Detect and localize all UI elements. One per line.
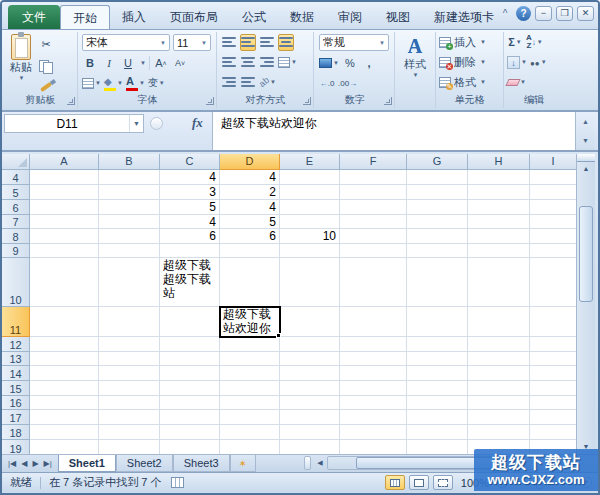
cell-G17[interactable]	[407, 410, 468, 425]
cell-B18[interactable]	[99, 425, 160, 440]
cell-F16[interactable]	[340, 396, 407, 410]
cell-I8[interactable]	[530, 229, 577, 244]
normal-view-button[interactable]	[385, 475, 405, 490]
cell-C16[interactable]	[160, 396, 220, 410]
cell-G12[interactable]	[407, 337, 468, 352]
insert-cells-button[interactable]: 插入	[454, 35, 476, 50]
cell-F7[interactable]	[340, 215, 407, 229]
cell-E17[interactable]	[280, 410, 340, 425]
cell-G16[interactable]	[407, 396, 468, 410]
next-sheet-icon[interactable]: ▶	[32, 459, 38, 468]
vertical-scrollbar[interactable]: ▲ ▼	[576, 154, 595, 454]
row-header-18[interactable]: 18	[2, 425, 30, 440]
cell-E14[interactable]	[280, 366, 340, 381]
cell-C14[interactable]	[160, 366, 220, 381]
underline-button[interactable]: U	[120, 55, 136, 72]
cell-H16[interactable]	[468, 396, 530, 410]
cell-I13[interactable]	[530, 352, 577, 366]
cell-E12[interactable]	[280, 337, 340, 352]
cell-D14[interactable]	[220, 366, 280, 381]
vertical-scroll-thumb[interactable]	[579, 206, 593, 302]
bold-button[interactable]: B	[82, 55, 98, 72]
selected-cell-D11[interactable]: 超级下载站欢迎你	[220, 307, 280, 337]
cell-H17[interactable]	[468, 410, 530, 425]
clear-button[interactable]: ▼	[507, 74, 526, 91]
cell-H8[interactable]	[468, 229, 530, 244]
cell-B14[interactable]	[99, 366, 160, 381]
cell-I16[interactable]	[530, 396, 577, 410]
phonetic-button[interactable]: 变▼	[148, 75, 165, 92]
cell-B10[interactable]	[99, 258, 160, 307]
alignment-dialog-launcher-icon[interactable]	[303, 97, 311, 105]
cell-I5[interactable]	[530, 185, 577, 200]
tab-审阅[interactable]: 审阅	[326, 5, 374, 29]
cell-D8[interactable]: 6	[220, 229, 280, 244]
align-top-button[interactable]	[221, 34, 237, 51]
style-button[interactable]: A 样式 ▼	[398, 35, 432, 78]
cell-I7[interactable]	[530, 215, 577, 229]
macro-record-icon[interactable]	[171, 477, 184, 488]
cell-H6[interactable]	[468, 200, 530, 215]
tab-数据[interactable]: 数据	[278, 5, 326, 29]
cell-F4[interactable]	[340, 170, 407, 185]
cell-G6[interactable]	[407, 200, 468, 215]
tab-file[interactable]: 文件	[8, 5, 60, 29]
italic-button[interactable]: I	[101, 55, 117, 72]
cell-F19[interactable]	[340, 440, 407, 454]
find-select-button[interactable]: ▼	[530, 54, 547, 71]
cell-F8[interactable]	[340, 229, 407, 244]
cell-E16[interactable]	[280, 396, 340, 410]
cell-G9[interactable]	[407, 244, 468, 258]
cell-I10[interactable]	[530, 258, 577, 307]
cell-F5[interactable]	[340, 185, 407, 200]
cell-F10[interactable]	[340, 258, 407, 307]
cell-I12[interactable]	[530, 337, 577, 352]
clipboard-dialog-launcher-icon[interactable]	[67, 97, 75, 105]
fill-button[interactable]: ↓▼	[507, 54, 527, 71]
cell-C19[interactable]	[160, 440, 220, 454]
column-header-C[interactable]: C	[160, 154, 220, 170]
column-header-G[interactable]: G	[407, 154, 468, 170]
cell-D10[interactable]	[220, 258, 280, 307]
sheet-tab-sheet2[interactable]: Sheet2	[116, 455, 173, 472]
column-header-H[interactable]: H	[468, 154, 530, 170]
close-button[interactable]: ✕	[577, 6, 594, 21]
first-sheet-icon[interactable]: |◀	[8, 459, 16, 468]
tab-新建选项卡[interactable]: 新建选项卡	[422, 5, 506, 29]
number-format-combo[interactable]: 常规▼	[319, 34, 389, 51]
cell-G15[interactable]	[407, 381, 468, 396]
cell-G19[interactable]	[407, 440, 468, 454]
cell-G8[interactable]	[407, 229, 468, 244]
cell-D6[interactable]: 4	[220, 200, 280, 215]
cell-B5[interactable]	[99, 185, 160, 200]
cell-F18[interactable]	[340, 425, 407, 440]
increase-decimal-button[interactable]: ←.0	[319, 75, 335, 92]
column-header-F[interactable]: F	[340, 154, 407, 170]
cell-C18[interactable]	[160, 425, 220, 440]
cell-F17[interactable]	[340, 410, 407, 425]
fill-color-button[interactable]: ◆▼	[104, 75, 123, 92]
row-header-11[interactable]: 11	[2, 307, 30, 337]
font-color-button[interactable]: A▼	[126, 75, 145, 92]
select-all-corner[interactable]	[2, 154, 30, 170]
cell-C15[interactable]	[160, 381, 220, 396]
cell-D16[interactable]	[220, 396, 280, 410]
cell-C5[interactable]: 3	[160, 185, 220, 200]
cell-D7[interactable]: 5	[220, 215, 280, 229]
cell-H9[interactable]	[468, 244, 530, 258]
cell-B4[interactable]	[99, 170, 160, 185]
align-center-button[interactable]	[240, 54, 256, 71]
cell-A4[interactable]	[30, 170, 99, 185]
row-header-13[interactable]: 13	[2, 352, 30, 366]
cell-A19[interactable]	[30, 440, 99, 454]
cell-H4[interactable]	[468, 170, 530, 185]
cell-B7[interactable]	[99, 215, 160, 229]
delete-cells-button[interactable]: 删除	[454, 55, 476, 70]
align-middle-button[interactable]	[240, 34, 256, 51]
cell-I4[interactable]	[530, 170, 577, 185]
cut-button[interactable]: ✂	[38, 36, 54, 53]
row-header-15[interactable]: 15	[2, 381, 30, 396]
cell-B13[interactable]	[99, 352, 160, 366]
number-dialog-launcher-icon[interactable]	[384, 97, 392, 105]
cell-F11[interactable]	[340, 307, 407, 337]
